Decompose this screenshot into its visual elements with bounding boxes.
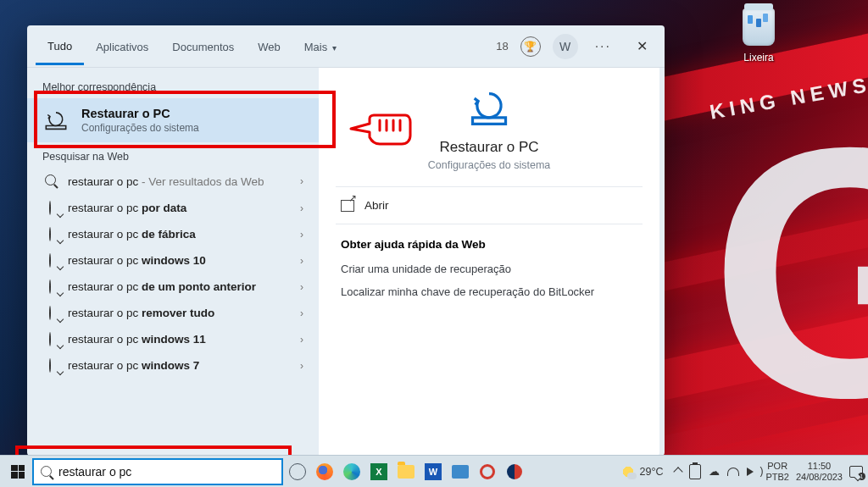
onedrive-icon[interactable]: ☁ <box>709 465 720 478</box>
excel-icon: X <box>370 463 387 480</box>
search-input[interactable] <box>32 458 283 485</box>
taskbar: X W 29°C ☁ POR PTB2 11:50 24 <box>0 455 868 487</box>
opera-app[interactable] <box>502 459 527 484</box>
snip-icon <box>452 465 469 479</box>
web-result[interactable]: restaurar o pc de um ponto anterior› <box>27 274 319 300</box>
more-options-icon[interactable]: ··· <box>590 39 616 54</box>
open-icon <box>341 200 354 212</box>
history-icon <box>42 202 58 214</box>
firefox-icon <box>316 463 333 480</box>
edge-app[interactable] <box>339 459 364 484</box>
history-icon <box>42 280 58 293</box>
snip-app[interactable] <box>448 459 473 484</box>
best-match-heading: Melhor correspondência <box>27 73 319 98</box>
web-result[interactable]: restaurar o pc remover tudo› <box>27 300 319 326</box>
web-result[interactable]: restaurar o pc - Ver resultados da Web› <box>27 168 319 195</box>
task-view-button[interactable] <box>285 459 310 484</box>
desktop: G KING NEWS// Lixeira Tudo Aplicativos D… <box>0 0 868 487</box>
search-field[interactable] <box>58 465 275 479</box>
opera-icon <box>507 464 522 479</box>
history-icon <box>42 359 58 372</box>
tab-all[interactable]: Tudo <box>36 28 84 65</box>
weather-temp: 29°C <box>639 466 663 478</box>
tab-documents[interactable]: Documentos <box>160 29 246 64</box>
speaker-icon[interactable] <box>747 468 754 476</box>
chevron-down-icon: ▾ <box>332 43 337 53</box>
rewards-points: 18 <box>496 40 508 53</box>
cortana-icon <box>289 463 306 480</box>
start-button[interactable] <box>5 459 31 484</box>
history-icon <box>42 333 58 346</box>
notification-count: 1 <box>858 473 865 480</box>
notifications-icon[interactable]: 1 <box>849 466 863 478</box>
web-result[interactable]: restaurar o pc windows 7› <box>27 352 319 379</box>
help-link[interactable]: Criar uma unidade de recuperação <box>319 257 659 280</box>
word-icon: W <box>425 463 442 480</box>
tray-overflow-icon[interactable] <box>674 467 683 476</box>
chevron-right-icon: › <box>300 202 303 214</box>
web-search-heading: Pesquisar na Web <box>27 142 319 168</box>
search-icon <box>41 466 52 477</box>
recycle-bin-label: Lixeira <box>743 52 773 64</box>
search-tabs: Tudo Aplicativos Documentos Web Mais ▾ 1… <box>27 25 665 68</box>
system-tray: ☁ <box>670 464 759 479</box>
restore-pc-icon <box>42 109 70 131</box>
web-result-text: restaurar o pc remover tudo <box>68 307 290 319</box>
help-link[interactable]: Localizar minha chave de recuperação do … <box>319 280 659 303</box>
language-indicator[interactable]: POR PTB2 <box>765 461 789 481</box>
search-icon <box>42 174 58 188</box>
tab-more[interactable]: Mais ▾ <box>292 29 348 64</box>
web-result-text: restaurar o pc por data <box>68 202 290 214</box>
chevron-right-icon: › <box>300 334 303 346</box>
best-match-subtitle: Configurações do sistema <box>81 122 199 134</box>
weather-widget[interactable]: 29°C <box>621 465 663 479</box>
open-label: Abrir <box>364 199 389 212</box>
excel-app[interactable]: X <box>366 459 392 484</box>
chevron-right-icon: › <box>300 175 303 187</box>
close-icon[interactable]: ✕ <box>628 38 656 54</box>
windows-icon <box>11 465 25 479</box>
web-result-text: restaurar o pc - Ver resultados da Web <box>68 175 290 188</box>
web-result[interactable]: restaurar o pc windows 10› <box>27 247 319 274</box>
web-result-text: restaurar o pc de fábrica <box>68 228 290 241</box>
tab-apps[interactable]: Aplicativos <box>84 29 160 64</box>
history-icon <box>42 228 58 241</box>
wifi-icon[interactable] <box>727 468 739 476</box>
best-match-title: Restaurar o PC <box>81 107 199 120</box>
wallpaper-letter: G <box>709 68 868 477</box>
web-result-text: restaurar o pc windows 7 <box>68 359 290 372</box>
recycle-bin-icon <box>743 8 775 46</box>
web-result-text: restaurar o pc windows 11 <box>68 333 290 346</box>
tab-web[interactable]: Web <box>246 29 292 64</box>
web-result[interactable]: restaurar o pc de fábrica› <box>27 221 319 247</box>
folder-icon <box>398 465 415 479</box>
pointing-hand-icon <box>346 108 414 151</box>
office-icon <box>480 464 495 479</box>
history-icon <box>42 307 58 319</box>
history-icon <box>42 254 58 267</box>
results-column: Melhor correspondência Restaurar o PC Co… <box>27 68 319 456</box>
office-app[interactable] <box>475 459 500 484</box>
web-result[interactable]: restaurar o pc windows 11› <box>27 326 319 352</box>
weather-icon <box>621 465 635 479</box>
clock[interactable]: 11:50 24/08/2023 <box>796 461 843 482</box>
explorer-app[interactable] <box>393 459 419 484</box>
detail-subtitle: Configurações do sistema <box>336 159 643 171</box>
chevron-right-icon: › <box>300 360 303 372</box>
open-action[interactable]: Abrir <box>319 187 659 224</box>
chevron-right-icon: › <box>300 307 303 319</box>
restore-pc-icon <box>467 90 511 127</box>
best-match-result[interactable]: Restaurar o PC Configurações do sistema <box>27 98 319 142</box>
clipboard-icon[interactable] <box>689 464 701 479</box>
edge-icon <box>343 463 360 480</box>
chevron-right-icon: › <box>300 281 303 293</box>
web-result[interactable]: restaurar o pc por data› <box>27 195 319 221</box>
clock-time: 11:50 <box>796 461 843 472</box>
web-result-text: restaurar o pc windows 10 <box>68 254 290 267</box>
search-flyout: Tudo Aplicativos Documentos Web Mais ▾ 1… <box>27 25 665 456</box>
word-app[interactable]: W <box>420 459 446 484</box>
recycle-bin[interactable]: Lixeira <box>731 8 787 64</box>
trophy-icon[interactable]: 🏆 <box>520 36 541 57</box>
firefox-app[interactable] <box>312 459 337 484</box>
avatar[interactable]: W <box>553 34 578 59</box>
